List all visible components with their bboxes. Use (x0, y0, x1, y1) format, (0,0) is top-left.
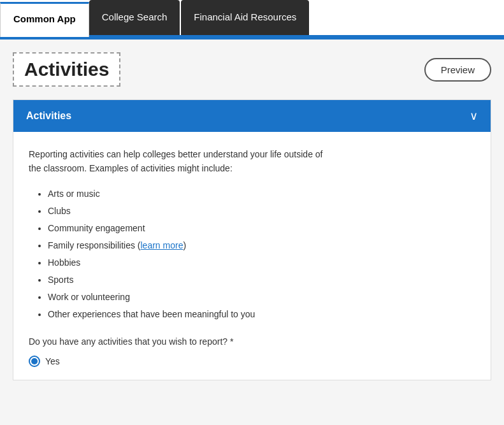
section-header-title: Activities (26, 110, 71, 122)
yes-radio-button[interactable] (29, 356, 40, 367)
main-content: Activities Preview Activities ∨ Reportin… (0, 40, 504, 425)
tab-bar: Common App College Search Financial Aid … (0, 0, 504, 37)
tab-college-search[interactable]: College Search (89, 0, 180, 35)
list-item: Other experiences that have been meaning… (48, 308, 475, 321)
tab-common-app[interactable]: Common App (0, 2, 89, 37)
yes-radio-label: Yes (45, 356, 60, 366)
yes-radio-selected-dot (31, 358, 38, 364)
list-item: Work or volunteering (48, 291, 475, 304)
list-item: Hobbies (48, 256, 475, 270)
list-item: Sports (48, 273, 475, 287)
learn-more-link[interactable]: learn more (141, 240, 184, 250)
preview-button[interactable]: Preview (424, 58, 491, 82)
page-title: Activities (13, 52, 120, 87)
tab-financial-aid[interactable]: Financial Aid Resources (181, 0, 309, 35)
intro-text: Reporting activities can help colleges b… (29, 147, 475, 176)
intro-line2: the classroom. Examples of activities mi… (29, 163, 233, 173)
section-header[interactable]: Activities ∨ (13, 100, 491, 132)
chevron-down-icon: ∨ (470, 109, 478, 123)
page-title-row: Activities Preview (13, 52, 491, 87)
family-responsibilities-text: Family responsibilities (48, 240, 135, 250)
list-item: Family responsibilities (learn more) (48, 239, 475, 252)
activities-section: Activities ∨ Reporting activities can he… (13, 99, 491, 380)
list-item: Arts or music (48, 187, 475, 201)
activities-list: Arts or music Clubs Community engagement… (48, 187, 475, 321)
question-text: Do you have any activities that you wish… (29, 336, 475, 347)
list-item: Community engagement (48, 222, 475, 235)
section-body: Reporting activities can help colleges b… (13, 132, 491, 380)
list-item: Clubs (48, 205, 475, 218)
intro-line1: Reporting activities can help colleges b… (29, 149, 323, 159)
yes-radio-option[interactable]: Yes (29, 356, 475, 367)
